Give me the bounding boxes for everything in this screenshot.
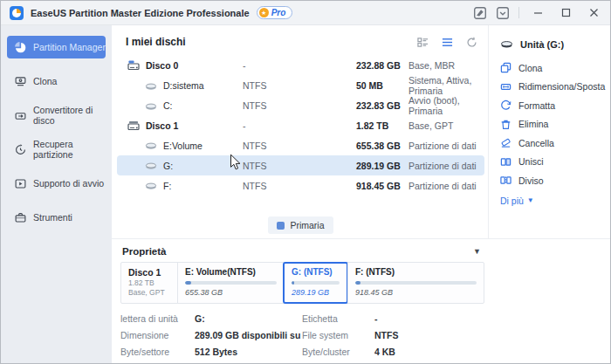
detail-label: Byte/settore [120, 347, 195, 357]
window-title: EaseUS Partition Master Edizione Profess… [31, 8, 250, 18]
pie-chart-icon [15, 42, 26, 53]
action-cancella[interactable]: Cancella [500, 134, 610, 153]
sidebar-item-convertitore-di-disco[interactable]: Convertitore di disco [7, 104, 106, 127]
sidebar-item-supporto-di-avvio[interactable]: Supporto di avvio [7, 172, 106, 195]
collapse-chevron-icon[interactable]: ▼ [473, 247, 481, 256]
sidebar-item-clona[interactable]: Clona [7, 70, 106, 93]
detail-value: 4 KB [374, 347, 610, 357]
feedback-note-icon[interactable] [473, 6, 487, 20]
table-row-disco-0[interactable]: Disco 0 - 232.88 GB Base, MBR [117, 55, 484, 75]
properties-panel: Proprietà ▼ Disco 1 1.82 TB Base, GPT E:… [112, 238, 610, 363]
disk-map: Disco 1 1.82 TB Base, GPT E: Volume(NTFS… [120, 262, 484, 304]
star-icon: ★ [259, 8, 269, 17]
more-actions-link[interactable]: Di più ▼ [500, 196, 610, 206]
disk-map-partition-f[interactable]: F: (NTFS) 918.45 GB [347, 263, 484, 303]
sidebar-item-partition-manager[interactable]: Partition Manager [7, 36, 106, 58]
disk-map-partition-g-selected[interactable]: G: (NTFS) 289.19 GB [283, 262, 348, 304]
eraser-icon [500, 137, 511, 148]
action-elimina[interactable]: Elimina [500, 115, 610, 134]
split-icon [500, 175, 511, 186]
title-bar: EaseUS Partition Master Edizione Profess… [1, 1, 610, 25]
merge-icon [500, 156, 511, 168]
disk-converter-icon [15, 110, 26, 121]
table-row-disco-1[interactable]: Disco 1 - 1.82 TB Base, GPT [117, 115, 484, 135]
sidebar-item-recupera-partizione[interactable]: Recupera partizione [7, 138, 106, 161]
list-view-icon[interactable] [442, 37, 453, 48]
close-button[interactable] [584, 5, 603, 21]
drive-icon [500, 38, 513, 50]
boot-media-icon [15, 178, 26, 189]
copy-icon [500, 62, 511, 73]
partition-icon [145, 80, 157, 92]
action-unisci[interactable]: Unisci [500, 153, 610, 172]
titlebar-divider [518, 7, 519, 18]
chevron-down-icon: ▼ [527, 196, 534, 204]
menu-dropdown-icon[interactable] [496, 6, 510, 20]
detail-value: - [374, 313, 610, 324]
properties-title: Proprietà [122, 246, 167, 257]
action-formatta[interactable]: Formatta [500, 96, 610, 115]
detail-value: 512 Bytes [195, 347, 302, 357]
toolbox-icon [15, 212, 26, 223]
page-title: I miei dischi [126, 36, 186, 48]
legend-primaria: Primaria [268, 216, 333, 234]
resize-move-icon [500, 81, 511, 93]
maximize-button[interactable] [556, 5, 575, 21]
easeus-partition-master-window: EaseUS Partition Master Edizione Profess… [0, 0, 611, 364]
selected-drive-title: Unità (G:) [500, 38, 610, 50]
detail-label: lettera di unità [120, 313, 195, 324]
action-clona[interactable]: Clona [500, 58, 610, 78]
partition-recovery-icon [15, 144, 26, 155]
disk-map-disk-info: Disco 1 1.82 TB Base, GPT [121, 263, 177, 303]
disk-list-panel: I miei dischi Disco 0 - 232.88 GB Ba [112, 25, 490, 238]
table-row-d-sistema[interactable]: D:sistema NTFS 50 MB Sistema, Attiva, Pr… [117, 75, 484, 95]
clone-disk-icon [15, 76, 26, 87]
format-icon [500, 100, 511, 111]
pro-badge: ★ Pro [257, 6, 293, 19]
card-view-icon[interactable] [417, 37, 429, 48]
actions-panel: Unità (G:) Clona Ridimensiona/Sposta For… [488, 25, 610, 238]
properties-details: lettera di unità G: Etichetta - Dimensio… [120, 313, 610, 357]
partition-icon [145, 140, 157, 151]
detail-value: NTFS [374, 330, 610, 340]
detail-value: G: [195, 313, 302, 324]
minimize-button[interactable] [528, 5, 547, 21]
partition-icon [145, 160, 157, 171]
detail-value: 289.09 GB disponibili su 2... [195, 330, 302, 340]
partition-icon [145, 180, 157, 191]
detail-label: Dimensione [120, 330, 195, 340]
sidebar-item-strumenti[interactable]: Strumenti [7, 206, 106, 229]
action-ridimensiona-sposta[interactable]: Ridimensiona/Sposta [500, 78, 610, 97]
partition-icon [145, 100, 157, 112]
sidebar: Partition Manager Clona Convertitore di … [1, 25, 112, 363]
trash-icon [500, 119, 511, 130]
main-content: I miei dischi Disco 0 - 232.88 GB Ba [112, 25, 610, 363]
table-row-g-selected[interactable]: G: NTFS 289.19 GB Partizione di dati [117, 155, 484, 175]
disk-table: Disco 0 - 232.88 GB Base, MBR D:sistema … [112, 53, 490, 196]
hard-disk-icon [127, 59, 140, 71]
primary-color-swatch [277, 222, 285, 230]
table-row-f[interactable]: F: NTFS 918.45 GB Partizione di dati [117, 175, 484, 196]
app-logo-icon [10, 6, 24, 20]
table-row-c[interactable]: C: NTFS 232.83 GB Avvio (boot), Primaria [117, 95, 484, 115]
detail-label: File system [302, 330, 374, 340]
refresh-icon[interactable] [466, 37, 477, 48]
action-diviso[interactable]: Diviso [500, 171, 610, 190]
detail-label: Etichetta [302, 313, 374, 324]
detail-label: Byte/cluster [302, 347, 374, 357]
hard-disk-icon [127, 120, 140, 131]
disk-map-partition-e[interactable]: E: Volume(NTFS) 655.38 GB [177, 263, 284, 303]
table-row-e-volume[interactable]: E:Volume NTFS 655.38 GB Partizione di da… [117, 135, 484, 155]
